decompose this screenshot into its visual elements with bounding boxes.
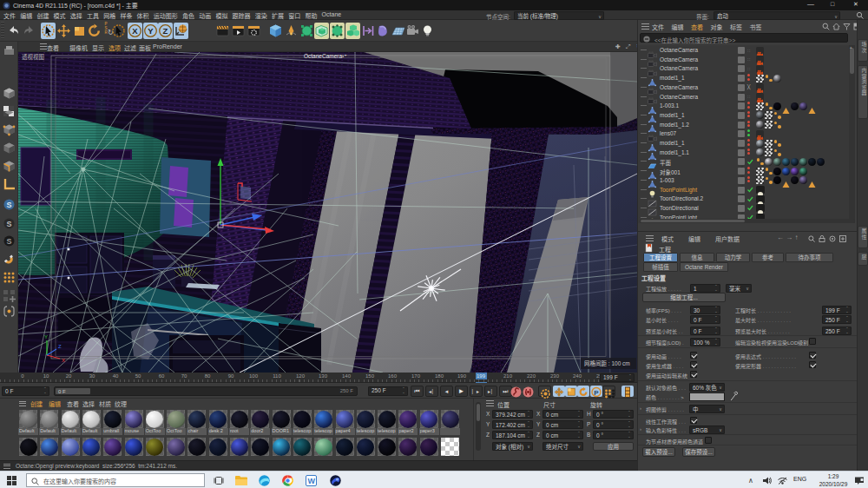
svg-text:S: S (6, 220, 11, 228)
svg-text:Z: Z (58, 344, 62, 349)
svg-text:S: S (6, 237, 11, 246)
svg-text:Y: Y (148, 26, 154, 36)
svg-text:X: X (132, 26, 138, 36)
svg-text:Y: Y (44, 334, 48, 340)
svg-text:Z: Z (163, 26, 168, 36)
svg-text:透视视图: 透视视图 (22, 53, 44, 61)
svg-text:OctaneCamera¹⁺: OctaneCamera¹⁺ (304, 53, 347, 59)
svg-text:X: X (62, 358, 65, 363)
svg-text:P: P (594, 389, 599, 397)
svg-text:S: S (6, 201, 11, 209)
svg-text:网格间距 : 100 cm: 网格间距 : 100 cm (584, 359, 630, 367)
